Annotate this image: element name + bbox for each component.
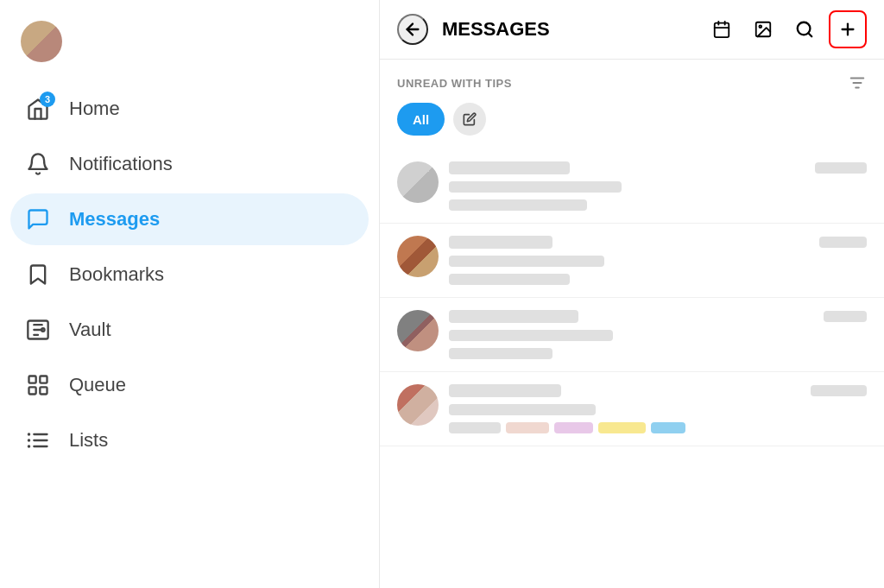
- sidebar-item-vault[interactable]: Vault: [10, 304, 369, 356]
- home-badge: 3: [40, 92, 55, 107]
- svg-rect-13: [715, 23, 729, 37]
- message-item[interactable]: [380, 372, 884, 446]
- vault-label: Vault: [69, 319, 111, 341]
- svg-rect-2: [29, 376, 36, 383]
- home-icon: 3: [24, 95, 52, 123]
- content-area: UNREAD WITH TIPS All: [380, 60, 884, 588]
- message-avatar: [397, 236, 439, 277]
- sidebar-item-bookmarks[interactable]: Bookmarks: [10, 249, 369, 300]
- message-content: [449, 161, 867, 211]
- nav-menu: 3 Home Notifications Messages: [0, 83, 379, 466]
- svg-rect-4: [29, 387, 36, 394]
- page-title: MESSAGES: [442, 18, 691, 41]
- home-label: Home: [69, 98, 120, 120]
- calendar-button[interactable]: [704, 12, 739, 47]
- message-item[interactable]: [380, 149, 884, 224]
- gallery-button[interactable]: [746, 12, 780, 47]
- back-button[interactable]: [397, 14, 428, 45]
- filter-tabs: All: [380, 103, 884, 149]
- queue-icon: [24, 371, 52, 399]
- svg-point-9: [28, 433, 31, 436]
- message-content: [449, 384, 867, 433]
- sidebar: 3 Home Notifications Messages: [0, 0, 380, 588]
- notifications-label: Notifications: [69, 153, 173, 175]
- add-button[interactable]: [829, 10, 867, 48]
- svg-line-20: [808, 33, 811, 36]
- sidebar-item-queue[interactable]: Queue: [10, 359, 369, 411]
- sidebar-item-messages[interactable]: Messages: [10, 193, 369, 245]
- search-button[interactable]: [787, 12, 822, 47]
- sidebar-item-notifications[interactable]: Notifications: [10, 138, 369, 190]
- filter-tab-edit[interactable]: [453, 103, 486, 136]
- message-avatar: [397, 161, 439, 203]
- message-item[interactable]: [380, 298, 884, 372]
- main-panel: MESSAGES: [380, 0, 884, 588]
- message-avatar: [397, 310, 439, 351]
- bookmarks-label: Bookmarks: [69, 263, 164, 286]
- message-icon: [24, 205, 52, 233]
- topbar-actions: [704, 10, 867, 48]
- lists-icon: [24, 427, 52, 454]
- queue-label: Queue: [69, 374, 126, 396]
- filter-icon[interactable]: [848, 73, 867, 92]
- vault-icon: [24, 316, 52, 344]
- avatar[interactable]: [21, 21, 62, 62]
- sidebar-item-home[interactable]: 3 Home: [10, 83, 369, 135]
- message-item[interactable]: [380, 224, 884, 298]
- bookmark-icon: [24, 261, 52, 288]
- messages-label: Messages: [69, 208, 160, 231]
- svg-point-10: [28, 439, 31, 442]
- bell-icon: [24, 150, 52, 178]
- svg-rect-3: [40, 376, 47, 383]
- section-title: UNREAD WITH TIPS: [397, 77, 512, 90]
- message-avatar: [397, 384, 439, 426]
- sidebar-item-lists[interactable]: Lists: [10, 414, 369, 466]
- message-content: [449, 310, 867, 359]
- svg-rect-5: [40, 387, 47, 394]
- message-list: [380, 149, 884, 446]
- topbar: MESSAGES: [380, 0, 884, 60]
- message-content: [449, 236, 867, 285]
- filter-tab-all[interactable]: All: [397, 103, 445, 136]
- lists-label: Lists: [69, 429, 108, 452]
- svg-point-11: [28, 445, 31, 448]
- svg-point-18: [759, 25, 761, 28]
- section-header: UNREAD WITH TIPS: [380, 60, 884, 103]
- svg-point-1: [41, 328, 45, 332]
